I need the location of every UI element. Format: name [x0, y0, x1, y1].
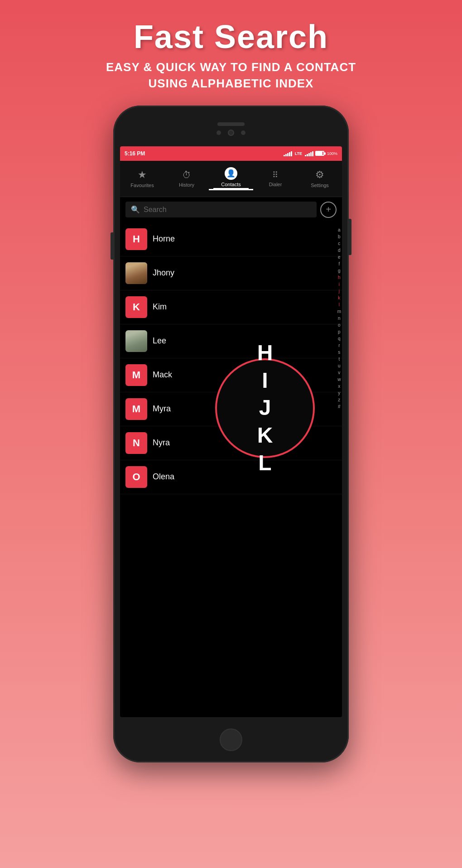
contact-name-nyra: Nyra: [153, 438, 170, 448]
status-time: 5:16 PM: [125, 150, 145, 157]
battery-percent: 100%: [327, 151, 337, 156]
alpha-k[interactable]: k: [338, 295, 340, 301]
phone-bottom: [117, 717, 345, 762]
gear-icon: ⚙: [315, 169, 324, 181]
contact-name-horne: Horne: [153, 234, 175, 244]
power-button: [349, 219, 351, 255]
alpha-z[interactable]: z: [338, 397, 340, 403]
alpha-h[interactable]: h: [338, 275, 341, 280]
contact-avatar-o: O: [125, 466, 147, 488]
alpha-n[interactable]: n: [338, 315, 341, 321]
history-icon: ⏱: [182, 170, 191, 180]
alpha-e[interactable]: e: [338, 254, 341, 260]
alpha-q[interactable]: q: [338, 336, 341, 342]
alpha-j[interactable]: j: [339, 288, 340, 294]
sub-title-line2: using alphabetic index: [149, 77, 314, 90]
alpha-y[interactable]: y: [338, 390, 340, 396]
alpha-m[interactable]: m: [337, 309, 341, 314]
alpha-r[interactable]: r: [338, 342, 340, 348]
contact-name-jhony: Jhony: [153, 268, 174, 278]
alpha-w[interactable]: w: [337, 376, 341, 382]
contact-avatar-lee: [125, 330, 147, 352]
alpha-l[interactable]: l: [339, 302, 340, 308]
alpha-u[interactable]: u: [338, 363, 341, 369]
alpha-d[interactable]: d: [338, 247, 341, 253]
alpha-f[interactable]: f: [338, 261, 340, 267]
tooltip-letter-i: I: [262, 369, 268, 393]
alpha-hash[interactable]: #: [338, 404, 341, 410]
alpha-x[interactable]: x: [338, 383, 340, 389]
tooltip-letter-j: J: [259, 396, 271, 420]
alpha-b[interactable]: b: [338, 234, 341, 240]
phone-screen: 5:16 PM LTE: [120, 146, 342, 717]
contact-item-olena[interactable]: O Olena: [120, 460, 342, 494]
alpha-a[interactable]: a: [338, 227, 341, 233]
contact-name-lee: Lee: [153, 336, 166, 346]
contact-item-jhony[interactable]: Jhony: [120, 256, 342, 290]
add-contact-button[interactable]: +: [320, 202, 337, 218]
contact-avatar-k: K: [125, 296, 147, 318]
tab-settings[interactable]: ⚙ Settings: [298, 169, 342, 188]
top-sensors: [217, 130, 245, 136]
contact-avatar-n: N: [125, 432, 147, 454]
battery-fill: [316, 152, 322, 155]
tab-history[interactable]: ⏱ History: [164, 170, 209, 188]
tab-settings-label: Settings: [311, 183, 329, 188]
signal-strength-2: [305, 151, 313, 156]
contact-list: H Horne Jhony K Kim Lee: [120, 222, 342, 494]
sensor-dot: [217, 130, 221, 135]
contact-name-myra: Myra: [153, 404, 171, 414]
alphabet-index[interactable]: a b c d e f g h i j k l m n o p q r s t: [337, 222, 341, 494]
alpha-p[interactable]: p: [338, 329, 341, 335]
plus-icon: +: [326, 204, 331, 215]
contact-item-horne[interactable]: H Horne: [120, 222, 342, 256]
nav-tabs: ★ Favourites ⏱ History 👤 Contacts ⠿ Dial…: [120, 161, 342, 197]
contact-item-kim[interactable]: K Kim: [120, 290, 342, 324]
tooltip-letter-l: L: [258, 451, 271, 475]
tab-dialer-label: Dialer: [269, 182, 282, 187]
search-input-wrapper[interactable]: 🔍 Search: [125, 202, 317, 217]
status-bar: 5:16 PM LTE: [120, 146, 342, 161]
sensor-dot-2: [241, 130, 245, 135]
contact-item-lee[interactable]: Lee: [120, 324, 342, 358]
tab-contacts-label: Contacts: [221, 182, 241, 187]
alpha-i[interactable]: i: [339, 281, 340, 287]
signal-strength: [284, 151, 292, 156]
active-underline: [213, 188, 249, 189]
tooltip-letter-k: K: [257, 424, 273, 448]
volume-button: [111, 232, 113, 260]
tooltip-letter-h: H: [257, 341, 273, 365]
alpha-o[interactable]: o: [338, 322, 341, 328]
search-placeholder: Search: [144, 206, 167, 214]
lte-badge: LTE: [295, 151, 302, 156]
speaker: [217, 122, 245, 126]
front-camera: [228, 130, 234, 136]
contact-avatar-m2: M: [125, 398, 147, 420]
home-button[interactable]: [220, 728, 242, 751]
battery-icon: [315, 151, 324, 156]
sub-title-line1: Easy & Quick way to find a contact: [106, 60, 356, 74]
contact-name-olena: Olena: [153, 472, 174, 482]
header-section: Fast Search Easy & Quick way to find a c…: [106, 0, 356, 106]
contact-name-kim: Kim: [153, 302, 167, 312]
phone-top: [117, 106, 345, 146]
tab-history-label: History: [179, 182, 194, 188]
alpha-s[interactable]: s: [338, 349, 340, 355]
main-title: Fast Search: [106, 18, 356, 55]
alpha-tooltip: H I J K L: [215, 358, 315, 458]
tab-contacts[interactable]: 👤 Contacts: [209, 167, 253, 190]
dialer-icon: ⠿: [272, 170, 279, 180]
tab-favourites[interactable]: ★ Favourites: [120, 169, 164, 188]
status-icons: LTE 100%: [284, 151, 337, 156]
contacts-icon: 👤: [225, 167, 237, 180]
alpha-g[interactable]: g: [338, 268, 341, 274]
contact-avatar-h: H: [125, 228, 147, 250]
contact-name-mack: Mack: [153, 370, 172, 380]
alpha-v[interactable]: v: [338, 370, 340, 376]
alpha-t[interactable]: t: [338, 356, 340, 362]
alpha-c[interactable]: c: [338, 241, 340, 246]
tab-dialer[interactable]: ⠿ Dialer: [253, 170, 298, 187]
tab-favourites-label: Favourites: [130, 183, 154, 188]
contact-avatar-m1: M: [125, 364, 147, 386]
contact-avatar-jhony: [125, 262, 147, 284]
